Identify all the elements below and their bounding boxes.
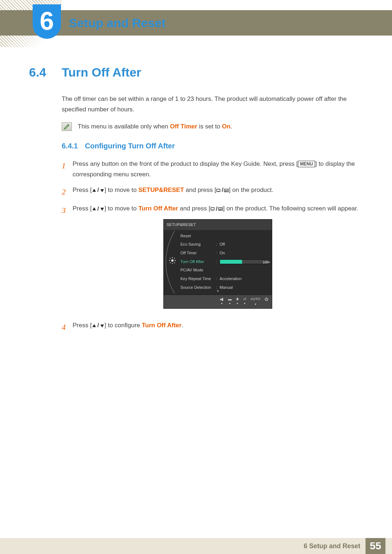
gear-icon — [168, 257, 176, 267]
step-1-a: Press any button on the front of the pro… — [73, 160, 298, 167]
osd-slider-bar: 10h — [220, 259, 270, 264]
osd-footer-back-icon: ◂▮▾ — [220, 297, 224, 306]
osd-label: Key Repeat Time — [179, 275, 216, 282]
osd-label: Source Detection — [179, 284, 216, 291]
osd-colon: : — [216, 241, 220, 248]
svg-rect-9 — [219, 208, 222, 210]
step-4-target: Turn Off After — [142, 322, 182, 329]
step-3-b: ] to move to — [105, 205, 139, 212]
svg-rect-2 — [217, 189, 220, 192]
chapter-badge: 6 — [33, 4, 61, 39]
osd-footer: ◂▮▾ ▬▾ ✚▾ ⏎▾ AUTO▾ ⏻ — [164, 295, 272, 308]
note-row: This menu is available only when Off Tim… — [62, 122, 363, 131]
up-down-icon: / — [92, 204, 105, 214]
svg-marker-6 — [100, 208, 104, 210]
footer-chapter-text: 6 Setup and Reset — [304, 542, 360, 550]
section-header: 6.4 Turn Off After — [29, 65, 363, 79]
osd-left-column — [166, 231, 179, 292]
step-3: 3 Press [/] to move to Turn Off After an… — [62, 204, 363, 315]
step-number: 2 — [62, 185, 73, 198]
source-enter-icon: / — [211, 204, 223, 214]
note-text-suffix: . — [230, 123, 232, 130]
up-down-icon: / — [92, 320, 105, 331]
step-text: Press any button on the front of the pro… — [73, 159, 363, 180]
osd-footer-plus-icon: ✚▾ — [236, 297, 239, 306]
svg-marker-0 — [93, 189, 96, 192]
step-4-b: ] to configure — [105, 322, 142, 329]
osd-screenshot: SETUP&RESET Reset — [73, 219, 363, 308]
osd-slider: 10h — [220, 259, 270, 264]
step-4: 4 Press [/] to configure Turn Off After. — [62, 320, 363, 334]
chapter-title: Setup and Reset — [69, 16, 166, 30]
section-intro: The off timer can be set within a range … — [62, 94, 363, 115]
osd-body: Reset Eco Saving:Off Off Timer:On Turn O… — [164, 230, 272, 295]
step-list: 1 Press any button on the front of the p… — [62, 159, 363, 334]
svg-rect-4 — [224, 189, 228, 192]
step-2-c: and press [ — [184, 186, 216, 193]
osd-label: PC/AV Mode — [179, 267, 216, 274]
step-text: Press [/] to move to SETUP&RESET and pre… — [73, 185, 363, 198]
note-text-prefix: This menu is available only when — [78, 123, 170, 130]
osd-footer-power-icon: ⏻ — [265, 297, 268, 306]
osd-label: Turn Off After — [179, 258, 216, 265]
osd-value: On — [220, 250, 270, 257]
source-enter-icon: / — [216, 185, 229, 196]
step-number: 1 — [62, 159, 73, 180]
osd-label: Off Timer — [179, 250, 216, 257]
step-2-target: SETUP&RESET — [138, 186, 184, 193]
osd-colon: : — [216, 250, 220, 257]
osd-footer-minus-icon: ▬▾ — [228, 297, 232, 306]
osd-value: Acceleration — [220, 275, 270, 282]
osd-label: Eco Saving — [179, 241, 216, 248]
osd-rows: Reset Eco Saving:Off Off Timer:On Turn O… — [179, 231, 270, 292]
step-number: 3 — [62, 204, 73, 315]
osd-title: SETUP&RESET — [164, 219, 272, 230]
step-3-c: and press [ — [178, 205, 211, 212]
svg-marker-11 — [93, 324, 96, 327]
note-icon — [62, 122, 72, 131]
chapter-number: 6 — [40, 8, 54, 34]
note-bold-1: Off Timer — [170, 123, 197, 130]
osd-colon: : — [216, 258, 220, 265]
svg-marker-12 — [100, 324, 104, 327]
up-down-icon: / — [92, 185, 105, 196]
note-bold-2: On — [222, 123, 230, 130]
section-number: 6.4 — [29, 65, 62, 79]
osd-scroll-down-icon: ▾ — [217, 288, 219, 294]
step-text: Press [/] to configure Turn Off After. — [73, 320, 363, 334]
step-3-target: Turn Off After — [138, 205, 178, 212]
subsection-number: 6.4.1 — [62, 142, 85, 150]
svg-marker-5 — [93, 207, 96, 210]
svg-rect-8 — [212, 210, 213, 210]
osd-value: Manual — [220, 284, 270, 291]
osd-row-keyrepeat: Key Repeat Time:Acceleration — [179, 275, 270, 283]
svg-marker-1 — [100, 189, 104, 192]
step-3-a: Press [ — [73, 205, 92, 212]
step-2-b: ] to move to — [105, 186, 139, 193]
osd-row-reset: Reset — [179, 231, 270, 240]
osd-label: Reset — [179, 233, 216, 239]
osd-value: Off — [220, 241, 270, 248]
osd-arrow-right-icon: ▸ — [269, 259, 270, 265]
note-text: This menu is available only when Off Tim… — [78, 123, 232, 130]
page-footer: 6 Setup and Reset 55 — [0, 538, 392, 554]
svg-rect-7 — [211, 208, 214, 210]
osd-row-pcav: PC/AV Mode — [179, 266, 270, 275]
osd-row-sourcedetect: Source Detection:Manual — [179, 283, 270, 292]
osd-row-turnoffafter: Turn Off After: 10h — [179, 257, 270, 266]
menu-button-label: MENU — [298, 161, 315, 167]
step-2-a: Press [ — [73, 186, 92, 193]
osd-footer-enter-icon: ⏎▾ — [243, 297, 246, 306]
step-1: 1 Press any button on the front of the p… — [62, 159, 363, 180]
subsection-header: 6.4.1 Configuring Turn Off After — [62, 142, 363, 150]
step-4-c: . — [181, 322, 183, 329]
osd-footer-auto: AUTO▾ — [250, 296, 260, 307]
step-2: 2 Press [/] to move to SETUP&RESET and p… — [62, 185, 363, 198]
step-text: Press [/] to move to Turn Off After and … — [73, 204, 363, 315]
svg-rect-3 — [217, 191, 219, 192]
step-number: 4 — [62, 320, 73, 334]
svg-point-10 — [171, 259, 173, 262]
step-2-d: ] on the product. — [229, 186, 273, 193]
osd-panel: SETUP&RESET Reset — [163, 219, 272, 308]
note-text-mid: is set to — [197, 123, 222, 130]
